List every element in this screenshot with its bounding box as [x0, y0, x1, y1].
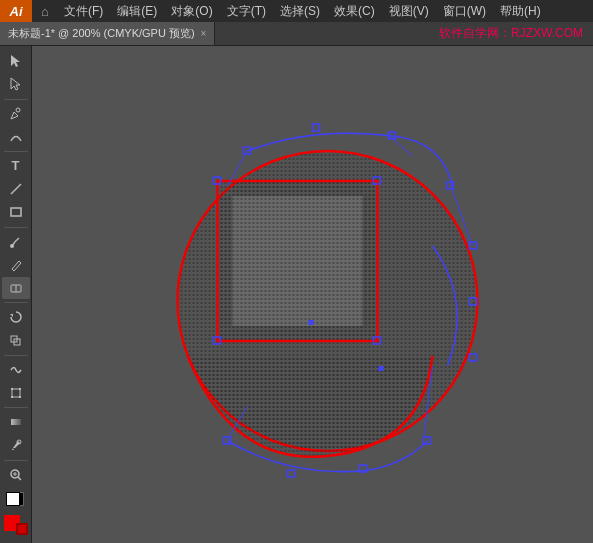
tab-label: 未标题-1* @ 200% (CMYK/GPU 预览) — [8, 26, 195, 41]
tab-close-button[interactable]: × — [201, 28, 207, 39]
svg-rect-4 — [11, 208, 21, 216]
svg-point-5 — [10, 244, 14, 248]
menu-text[interactable]: 文字(T) — [221, 1, 272, 22]
menu-help[interactable]: 帮助(H) — [494, 1, 547, 22]
gradient-tool[interactable] — [2, 411, 30, 433]
drawing-canvas — [32, 46, 593, 543]
menu-file[interactable]: 文件(F) — [58, 1, 109, 22]
eyedropper-tool[interactable] — [2, 434, 30, 456]
pen-tool[interactable] — [2, 102, 30, 124]
watermark-text: 软件自学网：RJZXW.COM — [215, 25, 593, 42]
svg-point-2 — [16, 108, 20, 112]
svg-rect-15 — [19, 396, 21, 398]
color-mode-toggle[interactable] — [2, 488, 30, 512]
tool-separator-4 — [4, 302, 28, 303]
tab-bar: 未标题-1* @ 200% (CMYK/GPU 预览) × 软件自学网：RJZX… — [0, 22, 593, 46]
curvature-tool[interactable] — [2, 126, 30, 148]
svg-rect-43 — [309, 320, 314, 325]
canvas-area[interactable] — [32, 46, 593, 543]
menu-effect[interactable]: 效果(C) — [328, 1, 381, 22]
tool-separator-5 — [4, 355, 28, 356]
svg-marker-8 — [10, 314, 13, 317]
home-icon[interactable]: ⌂ — [32, 0, 58, 22]
svg-rect-44 — [379, 366, 384, 371]
rotate-tool[interactable] — [2, 306, 30, 328]
svg-rect-13 — [19, 388, 21, 390]
toolbar: T — [0, 46, 32, 543]
menu-edit[interactable]: 编辑(E) — [111, 1, 163, 22]
tool-separator-7 — [4, 460, 28, 461]
tool-separator-6 — [4, 407, 28, 408]
direct-select-tool[interactable] — [2, 73, 30, 95]
svg-rect-27 — [233, 196, 363, 326]
ai-logo: Ai — [0, 0, 32, 22]
svg-rect-14 — [11, 396, 13, 398]
pencil-tool[interactable] — [2, 254, 30, 276]
menu-object[interactable]: 对象(O) — [165, 1, 218, 22]
svg-marker-0 — [11, 55, 20, 67]
svg-rect-12 — [11, 388, 13, 390]
free-transform-tool[interactable] — [2, 382, 30, 404]
paintbrush-tool[interactable] — [2, 231, 30, 253]
zoom-tool[interactable] — [2, 463, 30, 485]
type-tool[interactable]: T — [2, 155, 30, 177]
menu-items: 文件(F) 编辑(E) 对象(O) 文字(T) 选择(S) 效果(C) 视图(V… — [58, 1, 593, 22]
menu-view[interactable]: 视图(V) — [383, 1, 435, 22]
select-tool[interactable] — [2, 50, 30, 72]
svg-line-19 — [18, 477, 21, 480]
svg-marker-1 — [11, 78, 20, 90]
fill-stroke-indicator[interactable] — [2, 513, 30, 537]
eraser-tool[interactable] — [2, 277, 30, 299]
tool-separator-1 — [4, 99, 28, 100]
line-tool[interactable] — [2, 178, 30, 200]
svg-line-3 — [11, 184, 21, 194]
active-tab[interactable]: 未标题-1* @ 200% (CMYK/GPU 预览) × — [0, 22, 215, 45]
scale-tool[interactable] — [2, 329, 30, 351]
rectangle-tool[interactable] — [2, 201, 30, 223]
menu-bar: Ai ⌂ 文件(F) 编辑(E) 对象(O) 文字(T) 选择(S) 效果(C)… — [0, 0, 593, 22]
main-layout: T — [0, 46, 593, 543]
svg-rect-16 — [11, 419, 21, 425]
warp-tool[interactable] — [2, 359, 30, 381]
svg-rect-11 — [12, 389, 20, 397]
menu-window[interactable]: 窗口(W) — [437, 1, 492, 22]
menu-select[interactable]: 选择(S) — [274, 1, 326, 22]
tool-separator-2 — [4, 151, 28, 152]
tool-separator-3 — [4, 227, 28, 228]
